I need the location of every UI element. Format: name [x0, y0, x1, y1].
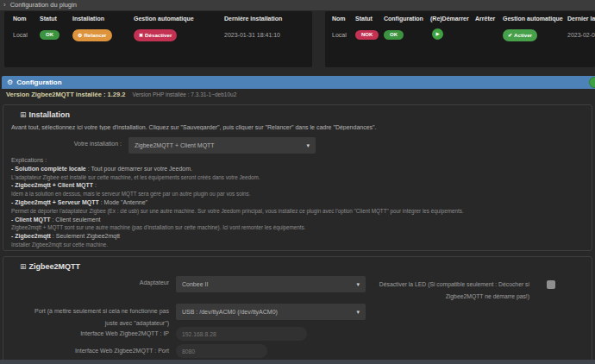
explanation-detail: Installer Zigbee2mqtt sur cette machine.: [11, 241, 589, 249]
close-icon: ✖: [139, 33, 143, 38]
play-icon: ▶: [435, 31, 439, 36]
daemon-table: Nom Statut Configuration (Re)Démarrer Ar…: [325, 11, 595, 67]
zigbee2mqtt-title-text: Zigbee2MQTT: [29, 262, 81, 271]
col-header-dernier-lancement: Dernier la: [567, 16, 595, 22]
col-header-gestion-automatique: Gestion automatique: [134, 16, 194, 22]
last-install-date: 2023-01-31 18:41:10: [224, 32, 280, 38]
col-header-installation: Installation: [72, 16, 104, 22]
web-port-label: Interface Web Zigbee2MQTT : Port: [11, 348, 169, 354]
desactiver-button-label: Désactiver: [145, 32, 172, 38]
col-header-configuration: Configuration: [384, 16, 423, 22]
web-ip-input[interactable]: [176, 327, 307, 341]
adapter-label: Adaptateur: [11, 279, 169, 286]
col-header-redemarrer: (Re)Démarrer: [430, 16, 469, 22]
explanation-title: - Zigbee2mqtt + Serveur MQTT : Mode "Ant…: [11, 198, 589, 207]
activer-button[interactable]: ✔Activer: [503, 29, 537, 41]
desactiver-button[interactable]: ✖Désactiver: [134, 29, 177, 41]
bottom-divider: [0, 360, 595, 364]
col-header-gestion-automatique: Gestion automatique: [503, 16, 563, 22]
chevron-right-icon[interactable]: ›: [3, 0, 6, 10]
explanation-title: - Solution complète locale : Tout pour d…: [11, 165, 589, 173]
port-selected-value: USB : /dev/ttyACM0 (/dev/ttyACM0): [182, 309, 278, 315]
explanations-heading: Explications :: [11, 156, 589, 165]
dependency-name: Local: [13, 32, 28, 38]
installation-title-text: Installation: [29, 110, 71, 119]
zigbee-version-label: Version Zigbee2MQTT installée : 1.29.2: [6, 91, 125, 98]
disable-led-checkbox[interactable]: [547, 280, 555, 289]
explanation-title: - Zigbee2mqtt + Client MQTT :: [11, 181, 589, 190]
php-version-label: Version PHP installée : 7.3.31-1~deb10u2: [132, 91, 236, 97]
port-label: Port (à mettre seulement si cela ne fonc…: [11, 305, 169, 329]
chevron-down-icon: ▾: [356, 304, 360, 320]
zigbee2mqtt-panel-title: ⊞Zigbee2MQTT: [20, 262, 80, 271]
relancer-button-label: Relancer: [84, 32, 106, 38]
grid-icon: ⊞: [20, 110, 27, 119]
plugin-configuration-page: ›Configuration du plugin Nom Statut Inst…: [0, 0, 595, 364]
col-header-nom: Nom: [13, 16, 27, 22]
adapter-selected-value: Conbee II: [182, 281, 208, 287]
relancer-button[interactable]: ⚙Relancer: [72, 29, 112, 41]
grid-icon: ⊞: [20, 262, 27, 271]
dependencies-table: Nom Statut Installation Gestion automati…: [4, 11, 312, 67]
cogs-icon: ⚙: [7, 78, 13, 86]
gear-icon: ⚙: [78, 33, 82, 38]
disable-led-label: Désactiver la LED (Si compatible seuleme…: [344, 279, 529, 303]
col-header-statut: Statut: [40, 16, 57, 22]
explanation-detail: Idem à la solution en dessus, mais le se…: [11, 190, 589, 198]
check-icon: ✔: [508, 33, 512, 38]
col-header-nom: Nom: [332, 16, 346, 22]
restart-daemon-button[interactable]: ▶: [432, 28, 443, 40]
configuration-section-title: Configuration: [16, 78, 61, 86]
status-badge: OK: [40, 30, 60, 40]
install-type-selected-value: Zigbee2MQTT + Client MQTT: [135, 142, 215, 148]
installation-intro-text: Avant tout, sélectionnez ici votre type …: [11, 124, 587, 130]
explanation-detail: Zigbee2mqtt + MQTT sont sur une autre ma…: [11, 223, 589, 232]
explanation-title: - Client MQTT : Client seulement: [11, 216, 589, 224]
daemon-status-badge: NOK: [355, 30, 379, 40]
page-title: Configuration du plugin: [10, 1, 77, 9]
chevron-down-icon: ▾: [306, 137, 310, 154]
zigbee2mqtt-panel: ⊞Zigbee2MQTT Adaptateur Conbee II ▾ Désa…: [3, 256, 592, 364]
activer-button-label: Activer: [514, 32, 532, 38]
explanation-title: - Zigbee2mqtt : Seulement Zigbee2mqtt: [11, 232, 589, 241]
daemon-config-badge: OK: [384, 30, 404, 40]
explanation-detail: Permet de déporter l'adaptateur Zigbee (…: [11, 207, 589, 216]
col-header-arreter: Arrêter: [475, 16, 495, 22]
install-type-select[interactable]: Zigbee2MQTT + Client MQTT ▾: [128, 137, 316, 154]
web-ip-label: Interface Web Zigbee2MQTT : IP: [11, 330, 169, 336]
daemon-name: Local: [332, 32, 347, 38]
web-port-input[interactable]: [176, 344, 267, 358]
last-launch-date: 2023-02-0: [567, 32, 595, 38]
explanation-detail: L'adaptateur Zigbee est installé sur cet…: [11, 173, 589, 182]
installation-panel-title: ⊞Installation: [20, 110, 70, 119]
install-type-label: Votre installation :: [11, 141, 122, 147]
configuration-section-header: ⚙Configuration: [2, 76, 595, 89]
installation-panel: ⊞Installation Avant tout, sélectionnez i…: [3, 104, 592, 251]
explanations-block: Explications : - Solution complète local…: [11, 156, 589, 249]
versions-line: Version Zigbee2MQTT installée : 1.29.2 V…: [6, 91, 236, 98]
col-header-statut: Statut: [355, 16, 373, 22]
section-action-button[interactable]: [589, 77, 595, 88]
port-select[interactable]: USB : /dev/ttyACM0 (/dev/ttyACM0) ▾: [176, 304, 366, 320]
breadcrumb: ›Configuration du plugin: [0, 0, 595, 10]
col-header-derniere-installation: Dernière installation: [224, 16, 282, 22]
adapter-select[interactable]: Conbee II ▾: [176, 276, 366, 292]
